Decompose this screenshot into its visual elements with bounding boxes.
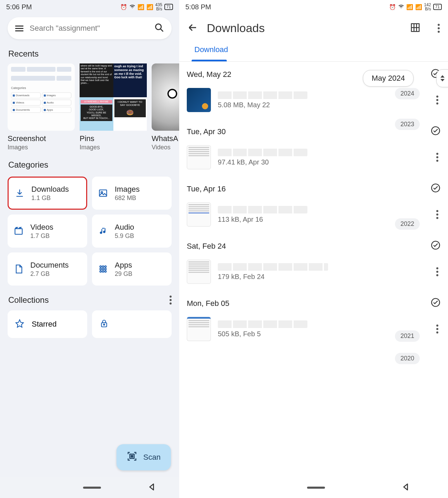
svg-point-6 — [102, 266, 104, 268]
audio-icon — [98, 226, 109, 237]
file-name-redacted — [218, 320, 307, 328]
recents-title: Recents — [0, 46, 179, 63]
category-downloads[interactable]: Downloads1.1 GB — [8, 177, 87, 210]
recents-row: Categories DownloadsImages VideosAudio D… — [0, 63, 179, 151]
files-home-screen: 5:06 PM ⏰ 📶 📶 435 B/s 71 Recents — [0, 0, 179, 498]
video-icon — [13, 226, 24, 237]
select-all-icon[interactable] — [431, 126, 440, 138]
category-videos[interactable]: Videos1.7 GB — [8, 215, 87, 248]
nav-bar — [179, 477, 448, 498]
category-audio[interactable]: Audio5.9 GB — [92, 215, 172, 248]
battery-icon: 71 — [433, 4, 442, 10]
scan-fab[interactable]: Scan — [116, 444, 171, 470]
collections-header: Collections — [0, 292, 179, 308]
svg-point-13 — [105, 271, 106, 272]
status-bar: 5:08 PM ⏰ 📶 📶 142B/s 71 — [179, 0, 448, 14]
categories-title: Categories — [0, 157, 179, 175]
search-input[interactable] — [30, 24, 154, 33]
svg-rect-4 — [15, 229, 22, 234]
nav-back[interactable] — [147, 482, 156, 493]
scan-icon — [127, 451, 137, 464]
status-time: 5:08 PM — [185, 3, 211, 11]
select-all-icon[interactable] — [431, 298, 440, 309]
svg-point-9 — [102, 268, 104, 270]
alarm-icon: ⏰ — [389, 4, 396, 10]
nav-back[interactable] — [401, 482, 410, 493]
nav-home[interactable] — [83, 487, 101, 489]
alarm-icon: ⏰ — [120, 4, 127, 10]
search-bar[interactable] — [8, 17, 172, 39]
document-icon — [13, 263, 24, 275]
menu-icon[interactable] — [15, 26, 23, 31]
status-bar: 5:06 PM ⏰ 📶 📶 435 B/s 71 — [0, 0, 179, 14]
collection-safe[interactable] — [92, 310, 172, 338]
back-arrow-icon[interactable] — [187, 22, 198, 34]
file-menu-icon[interactable] — [434, 265, 440, 278]
select-all-icon[interactable] — [431, 240, 440, 252]
month-chip[interactable]: May 2024 — [363, 70, 414, 87]
tab-download[interactable]: Download — [187, 42, 236, 60]
nav-home[interactable] — [307, 487, 325, 489]
downloads-screen: 5:08 PM ⏰ 📶 📶 142B/s 71 Downloads Downlo… — [179, 0, 448, 498]
category-apps[interactable]: Apps29 GB — [92, 252, 172, 286]
nav-bar — [0, 477, 179, 498]
signal-icon: 📶 — [406, 4, 413, 10]
svg-rect-2 — [100, 190, 107, 197]
wifi-icon — [129, 3, 135, 11]
image-icon — [98, 188, 109, 199]
lock-icon — [100, 319, 109, 329]
recent-thumb: where will be both happy and sad at the … — [80, 63, 147, 131]
file-name-redacted — [218, 91, 307, 99]
star-icon — [15, 319, 24, 329]
year-scrubber[interactable]: 2024 2023 2022 2021 2020 — [395, 88, 420, 364]
recent-screenshot[interactable]: Categories DownloadsImages VideosAudio D… — [8, 63, 75, 151]
search-icon[interactable] — [154, 23, 164, 34]
file-thumb — [187, 88, 211, 112]
file-menu-icon[interactable] — [434, 93, 440, 107]
svg-point-10 — [105, 268, 106, 270]
recent-pins[interactable]: where will be both happy and sad at the … — [80, 63, 147, 151]
file-thumb — [187, 260, 211, 284]
downloads-list: May 2024 2024 2023 2022 2021 2020 Wed, M… — [179, 62, 448, 348]
status-time: 5:06 PM — [6, 3, 32, 11]
svg-point-7 — [105, 266, 106, 268]
wifi-icon — [398, 3, 404, 11]
svg-point-11 — [100, 271, 102, 272]
category-images[interactable]: Images682 MB — [92, 177, 172, 210]
svg-point-12 — [102, 271, 104, 272]
scroll-handle[interactable] — [436, 69, 448, 87]
file-thumb — [187, 317, 211, 341]
svg-point-15 — [103, 324, 104, 325]
page-title: Downloads — [207, 21, 401, 35]
recent-thumb: Categories DownloadsImages VideosAudio D… — [8, 63, 75, 131]
file-thumb — [187, 202, 211, 227]
signal-icon-2: 📶 — [415, 4, 422, 10]
select-all-icon[interactable] — [431, 183, 440, 195]
categories-grid: Downloads1.1 GB Images682 MB Videos1.7 G… — [0, 175, 179, 292]
file-menu-icon[interactable] — [434, 208, 440, 221]
grid-view-icon[interactable] — [410, 22, 420, 34]
svg-point-8 — [100, 268, 102, 270]
download-icon — [14, 188, 25, 199]
recent-whatsapp[interactable]: WhatsApp Videos — [152, 63, 179, 151]
file-menu-icon[interactable] — [434, 151, 440, 164]
battery-icon: 71 — [164, 4, 173, 10]
recent-thumb — [152, 63, 179, 131]
file-thumb — [187, 145, 211, 169]
svg-line-1 — [161, 29, 163, 31]
tabs: Download — [179, 42, 448, 61]
downloads-header: Downloads — [179, 14, 448, 42]
more-icon[interactable] — [438, 24, 440, 33]
svg-point-5 — [100, 266, 102, 268]
category-documents[interactable]: Documents2.7 GB — [8, 252, 87, 286]
more-icon[interactable] — [170, 296, 172, 305]
apps-icon — [98, 263, 109, 275]
file-menu-icon[interactable] — [434, 322, 440, 336]
file-name-redacted — [218, 206, 307, 213]
signal-icon: 📶 — [138, 4, 144, 10]
file-name-redacted — [218, 149, 307, 156]
collection-starred[interactable]: Starred — [8, 310, 87, 338]
signal-icon-2: 📶 — [146, 4, 153, 10]
file-name-redacted — [218, 263, 328, 271]
